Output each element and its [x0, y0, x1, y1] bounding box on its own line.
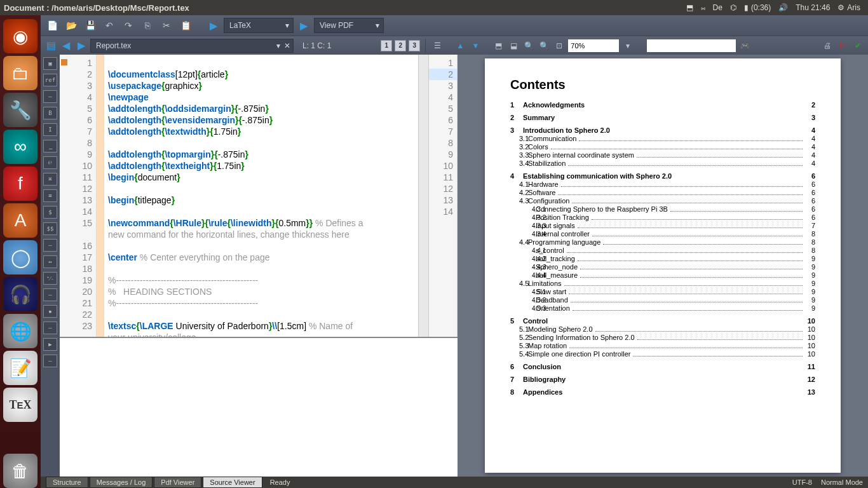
paste-button[interactable]: 📋 — [178, 18, 193, 33]
toc-entry[interactable]: 4.4.4ball_measure9 — [510, 271, 815, 279]
tab-menu-button[interactable]: ▤ — [44, 39, 57, 52]
gedit-icon[interactable]: 📝 — [3, 351, 37, 385]
texstudio-icon[interactable]: TEX — [3, 388, 37, 422]
view-mode-dropdown[interactable]: View PDF — [314, 18, 384, 33]
user-menu[interactable]: ⚙ Aris — [837, 3, 860, 12]
battery-indicator[interactable]: ▮(0:36) — [744, 3, 771, 12]
side-tool-14[interactable]: — — [43, 288, 57, 301]
pdf-search-input[interactable] — [647, 39, 736, 52]
new-file-button[interactable]: 📄 — [44, 18, 60, 33]
gamepad-icon[interactable]: 🎮 — [738, 39, 751, 52]
toc-entry[interactable]: 4.3.2Position Tracking6 — [510, 214, 815, 221]
editor-scrollbar[interactable] — [418, 55, 428, 337]
side-tool-6[interactable]: ℮ — [43, 156, 57, 169]
toc-entry[interactable]: 3.1Communication4 — [510, 135, 815, 142]
toc-entry[interactable]: 4.2Software6 — [510, 189, 815, 196]
redo-button[interactable]: ↷ — [121, 18, 136, 33]
undo-button[interactable]: ↶ — [102, 18, 117, 33]
dash-icon[interactable]: ◉ — [3, 19, 37, 53]
fritzing-icon[interactable]: f — [3, 166, 37, 201]
toc-entry[interactable]: 5.2Sending Information to Sphero 2.010 — [510, 334, 815, 341]
toc-entry[interactable]: 4.3.4Internal controller8 — [510, 230, 815, 238]
toc-entry[interactable]: 3Introduction to Sphero 2.04 — [510, 126, 815, 134]
zoom-in-icon[interactable]: 🔍 — [538, 39, 550, 52]
side-tool-3[interactable]: B — [43, 107, 57, 119]
toc-entry[interactable]: 2Summary3 — [510, 114, 815, 121]
side-tool-7[interactable]: ⌘ — [43, 173, 57, 186]
pdf-viewer[interactable]: Contents 1Acknowledgments22Summary33Intr… — [458, 55, 868, 477]
toc-entry[interactable]: 8Appendices13 — [510, 388, 815, 396]
toc-entry[interactable]: 4.3Configuration6 — [510, 197, 815, 205]
column-2-button[interactable]: 2 — [395, 40, 406, 51]
pdf-next-button[interactable]: ▼ — [469, 39, 482, 52]
datetime-indicator[interactable]: Thu 21:46 — [796, 3, 830, 12]
zoom-dropdown-icon[interactable]: ▾ — [621, 39, 634, 52]
toc-entry[interactable]: 4.1Hardware6 — [510, 180, 815, 188]
side-tool-11[interactable]: — — [43, 239, 57, 252]
toc-entry[interactable]: 4.4.2ball_tracking9 — [510, 255, 815, 262]
toc-entry[interactable]: 4.5.3Orientation9 — [510, 304, 815, 312]
software-center-icon[interactable]: A — [3, 203, 37, 238]
toc-entry[interactable]: 5.3Map rotation10 — [510, 342, 815, 349]
keyboard-indicator[interactable]: De — [713, 3, 722, 12]
column-3-button[interactable]: 3 — [409, 40, 420, 51]
status-tab-source-viewer[interactable]: Source Viewer — [203, 477, 262, 488]
prev-tab-button[interactable]: ◀ — [60, 39, 72, 52]
toc-entry[interactable]: 4.4.3Sphero_node9 — [510, 263, 815, 271]
toc-entry[interactable]: 6Conclusion11 — [510, 363, 815, 370]
side-tool-5[interactable]: ⎯ — [43, 140, 57, 152]
spellcheck-icon[interactable]: ✔ — [851, 39, 864, 52]
toc-entry[interactable]: 4.5.2Deadband9 — [510, 296, 815, 304]
next-tab-button[interactable]: ▶ — [75, 39, 88, 52]
marble-icon[interactable]: 🌐 — [3, 314, 37, 348]
volume-icon[interactable]: 🔊 — [778, 3, 788, 12]
side-tool-0[interactable]: ▣ — [43, 57, 57, 70]
side-tool-8[interactable]: ≡ — [43, 189, 57, 202]
settings-icon[interactable]: 🔧 — [3, 93, 37, 127]
files-icon[interactable]: 🗀 — [3, 56, 37, 90]
toc-entry[interactable]: 4.4Programming language8 — [510, 238, 815, 246]
toc-entry[interactable]: 7Bibliography12 — [510, 376, 815, 383]
flag-icon[interactable]: 🏳 — [836, 39, 849, 52]
cut-button[interactable]: ✂ — [159, 18, 174, 33]
toc-entry[interactable]: 4.3.3Input signals7 — [510, 222, 815, 229]
copy-button[interactable]: ⎘ — [140, 18, 155, 33]
encoding-indicator[interactable]: UTF-8 — [792, 478, 812, 486]
close-tab-icon[interactable]: ✕ — [284, 41, 290, 50]
toc-entry[interactable]: 4.4.1s_control8 — [510, 247, 815, 254]
toc-entry[interactable]: 5.1Modeling Sphero 2.010 — [510, 325, 815, 333]
status-tab-structure[interactable]: Structure — [46, 477, 88, 488]
status-tab-pdf-viewer[interactable]: Pdf Viewer — [154, 477, 201, 488]
build-button[interactable]: ▶ — [210, 20, 217, 32]
zoom-fit-icon[interactable]: ⊡ — [553, 39, 566, 52]
bluetooth-icon[interactable]: ⌬ — [730, 3, 736, 12]
status-tab-messages-log[interactable]: Messages / Log — [90, 477, 153, 488]
toc-entry[interactable]: 3.3Sphero internal coordinate system4 — [510, 151, 815, 159]
side-tool-1[interactable]: ref — [43, 74, 57, 86]
arduino-icon[interactable]: ∞ — [3, 130, 37, 164]
side-tool-12[interactable]: ↔ — [43, 255, 57, 268]
toc-entry[interactable]: 4.3.1Connecting Sphero to the Raspberry … — [510, 205, 815, 213]
toc-entry[interactable]: 4.5Limitations9 — [510, 280, 815, 287]
audacity-icon[interactable]: 🎧 — [3, 277, 37, 311]
code-content[interactable]: \documentclass[12pt]{article}\usepackage… — [104, 55, 418, 337]
print-icon[interactable]: 🖨 — [821, 39, 834, 52]
zoom-out-icon[interactable]: 🔍 — [522, 39, 535, 52]
log-textarea[interactable] — [60, 338, 458, 477]
toc-entry[interactable]: 5Control10 — [510, 317, 815, 325]
toc-entry[interactable]: 3.2Colors4 — [510, 143, 815, 151]
save-button[interactable]: 💾 — [83, 18, 98, 33]
toc-entry[interactable]: 5.4Simple one direction PI controller10 — [510, 350, 815, 358]
chromium-icon[interactable]: ◯ — [3, 240, 37, 274]
toc-entry[interactable]: 4.5.1Slow start9 — [510, 288, 815, 295]
toc-entry[interactable]: 4Establishing communication with Sphero … — [510, 172, 815, 180]
toc-icon[interactable]: ☰ — [431, 39, 444, 52]
side-tool-4[interactable]: I — [43, 123, 57, 136]
toc-entry[interactable]: 1Acknowledgments2 — [510, 101, 815, 109]
breakpoint-column[interactable] — [97, 55, 104, 337]
view-button[interactable]: ▶ — [300, 20, 308, 32]
open-file-button[interactable]: 📂 — [64, 18, 79, 33]
wifi-icon[interactable]: ⨝ — [701, 3, 705, 12]
document-tab[interactable]: Report.tex ✕ — [90, 39, 294, 53]
pdf-prev-button[interactable]: ▲ — [454, 39, 466, 52]
